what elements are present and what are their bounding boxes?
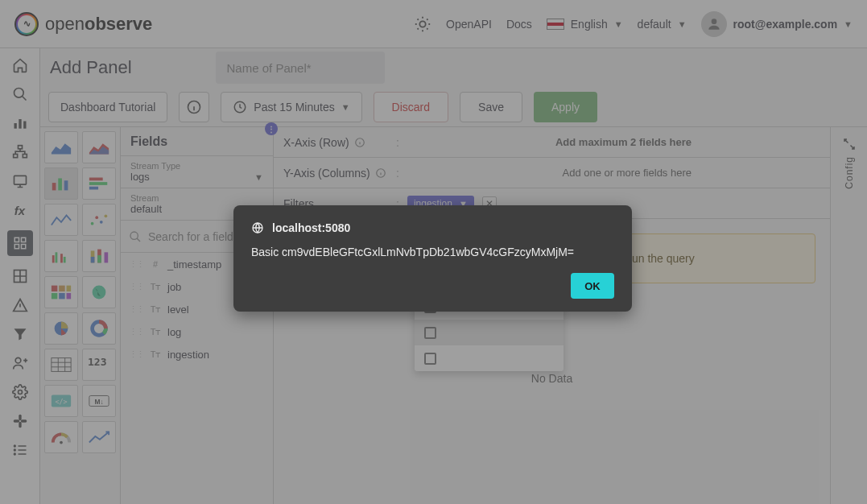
logo[interactable]: ∿ openobserve [14,12,152,36]
svg-point-15 [15,357,21,363]
svg-point-16 [18,390,22,395]
flag-icon [547,19,564,30]
drag-handle-icon[interactable]: ⋮⋮ [129,259,143,270]
chart-type-trend[interactable] [82,421,116,453]
checkbox-icon[interactable] [424,327,436,339]
openapi-link[interactable]: OpenAPI [446,18,492,31]
chart-type-markdown[interactable]: M↓ [82,385,116,417]
svg-point-33 [95,216,98,219]
svg-rect-46 [59,286,64,291]
x-axis-hint: Add maximum 2 fields here [555,136,692,148]
nav-filter-icon[interactable] [11,325,29,343]
chart-type-area-stacked[interactable] [82,131,116,163]
svg-text:M↓: M↓ [94,398,103,406]
checkbox-icon[interactable] [424,353,436,365]
svg-rect-48 [52,293,57,299]
chart-type-code[interactable]: </> [44,385,78,417]
svg-point-35 [105,214,108,217]
docs-link[interactable]: Docs [506,18,532,31]
alert-ok-button[interactable]: OK [571,273,614,299]
chart-type-bar-v[interactable] [44,167,78,200]
chart-type-table[interactable] [44,349,78,381]
chart-type-area[interactable] [44,131,78,163]
svg-rect-49 [59,293,64,299]
config-tab[interactable]: Config [830,127,867,504]
expand-icon [842,137,857,151]
svg-rect-45 [52,286,57,291]
language-select[interactable]: English ▼ [547,18,623,31]
svg-point-22 [14,449,15,451]
fields-badge: ⋮ [265,122,278,135]
svg-rect-12 [14,245,19,249]
nav-search-icon[interactable] [11,85,29,103]
svg-rect-5 [23,122,26,129]
timerange-select[interactable]: Past 15 Minutes ▼ [221,92,361,122]
nav-alert-icon[interactable] [11,296,29,314]
drag-handle-icon[interactable]: ⋮⋮ [129,349,143,360]
svg-point-59 [60,441,63,444]
chart-type-donut[interactable] [82,312,116,345]
discard-button[interactable]: Discard [374,92,448,122]
nav-settings-icon[interactable] [11,383,29,401]
nav-dashboard-icon[interactable] [7,230,33,256]
drag-handle-icon[interactable]: ⋮⋮ [129,282,143,292]
chart-type-line[interactable] [44,204,78,236]
svg-rect-10 [14,238,19,242]
nav-tree-icon[interactable] [11,143,29,161]
svg-rect-29 [89,178,103,181]
chart-type-bar-grouped[interactable] [44,240,78,272]
drag-handle-icon[interactable]: ⋮⋮ [129,327,143,337]
panel-name-input[interactable]: Name of Panel* [216,52,385,84]
svg-rect-13 [21,245,25,249]
svg-rect-19 [13,419,19,422]
svg-rect-47 [67,286,72,291]
nav-bars-icon[interactable] [11,114,29,132]
save-button[interactable]: Save [460,92,522,122]
svg-point-2 [14,89,23,98]
chart-type-bar-stacked-color[interactable] [82,240,116,272]
nav-screen-icon[interactable] [11,172,29,190]
svg-rect-26 [52,183,56,190]
clock-icon [233,100,247,114]
chart-type-gauge[interactable] [44,421,78,453]
nav-fx-icon[interactable]: fx [11,201,29,219]
stream-type-select[interactable]: Stream Type logs▼ [121,156,273,188]
field-log[interactable]: ⋮⋮Tᴛlog [121,320,273,343]
chart-type-number[interactable]: 123 [82,349,116,381]
svg-rect-36 [52,255,55,262]
chart-type-geo[interactable] [82,276,116,308]
dropdown-option[interactable] [415,345,564,371]
svg-point-23 [14,453,15,455]
dropdown-option[interactable] [415,320,564,345]
chevron-down-icon: ▼ [254,172,263,182]
org-select[interactable]: default ▼ [638,18,687,31]
info-icon [375,167,386,179]
chart-type-pie[interactable] [44,312,78,345]
chart-type-heatmap[interactable] [44,276,78,308]
no-data-label: No Data [274,372,830,385]
apply-button[interactable]: Apply [534,92,597,122]
svg-point-0 [419,21,425,27]
chart-type-scatter[interactable] [82,204,116,236]
drag-handle-icon[interactable]: ⋮⋮ [129,304,143,315]
svg-rect-39 [64,257,66,262]
svg-rect-38 [60,254,63,262]
svg-point-21 [14,445,15,447]
nav-user-icon[interactable] [11,354,29,372]
svg-point-32 [91,222,94,225]
svg-rect-11 [21,238,25,242]
nav-grid-icon[interactable] [11,267,29,285]
svg-rect-27 [58,178,62,190]
user-menu[interactable]: root@example.com ▼ [701,11,853,37]
nav-slack-icon[interactable] [11,412,29,430]
fields-heading: Fields ⋮ [121,127,273,156]
y-axis-row[interactable]: Y-Axis (Columns) : Add one or more field… [274,158,830,188]
theme-toggle-icon[interactable] [414,15,431,33]
field-ingestion[interactable]: ⋮⋮Tᴛingestion [121,343,273,366]
breadcrumb[interactable]: Dashboard Tutorial [48,92,167,122]
nav-home-icon[interactable] [11,56,29,74]
nav-list-icon[interactable] [11,441,29,459]
chart-type-bar-h[interactable] [82,167,116,200]
x-axis-row[interactable]: X-Axis (Row) : Add maximum 2 fields here [274,127,830,158]
info-icon[interactable] [179,92,209,122]
